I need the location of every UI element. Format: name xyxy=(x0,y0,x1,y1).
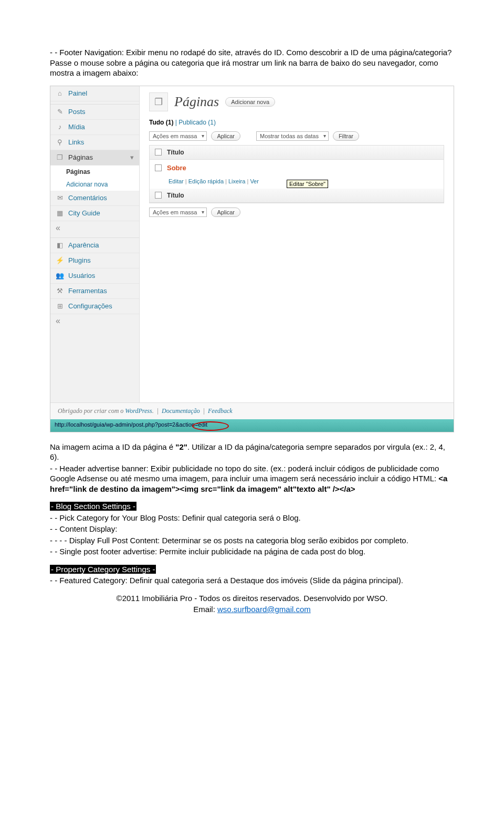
sidebar-item-cityguide[interactable]: ▦City Guide xyxy=(50,206,139,221)
hover-tooltip: Editar "Sobre" xyxy=(287,180,328,188)
sidebar-item-usuarios[interactable]: 👥Usuários xyxy=(50,268,139,284)
footer-wordpress-link[interactable]: WordPress xyxy=(125,407,152,415)
after-image-p2: - - Header advertise banner: Exibir publ… xyxy=(50,463,454,494)
wp-footer: Obrigado por criar com o WordPress. | Do… xyxy=(50,402,454,419)
doc-footer-line2: Email: wso.surfboard@gmail.com xyxy=(50,604,454,615)
sidebar-item-paginas[interactable]: ❐Páginas▾ xyxy=(50,150,139,165)
sidebar-item-config[interactable]: ⊞Configurações xyxy=(50,299,139,314)
sidebar-item-painel[interactable]: ⌂Painel xyxy=(50,86,139,101)
sidebar-item-links[interactable]: ⚲Links xyxy=(50,135,139,150)
chevron-down-icon: ▾ xyxy=(130,153,134,161)
sidebar-label: Usuários xyxy=(68,272,95,280)
intro-text: - - Footer Navigation: Exibir menu no ro… xyxy=(50,47,454,78)
bulk-actions-select-bottom[interactable]: Ações em massa xyxy=(149,208,207,217)
apply-button-bottom[interactable]: Aplicar xyxy=(211,208,240,217)
action-view[interactable]: Ver xyxy=(250,178,259,184)
sidebar-label: Aparência xyxy=(68,241,99,249)
sidebar-label: Páginas xyxy=(68,153,93,161)
settings-icon: ⊞ xyxy=(56,302,64,310)
add-new-button[interactable]: Adicionar nova xyxy=(225,97,275,107)
sidebar-label: Links xyxy=(68,138,84,146)
page-title: Páginas xyxy=(174,94,219,110)
sidebar-label: City Guide xyxy=(68,209,100,217)
cityguide-icon: ▦ xyxy=(56,209,64,218)
browser-status-bar: http://localhost/guia/wp-admin/post.php?… xyxy=(50,419,454,432)
col-title[interactable]: Título xyxy=(167,149,184,156)
appearance-icon: ◧ xyxy=(56,241,64,250)
sidebar-label: Mídia xyxy=(68,123,85,131)
pages-table: Título Sobre Editar | Edição rápida | Li… xyxy=(149,145,444,203)
sidebar-label: Plugins xyxy=(68,256,91,264)
table-header: Título xyxy=(150,146,444,160)
sidebar-item-comentarios[interactable]: ✉Comentários xyxy=(50,191,139,206)
wp-main: ❐ Páginas Adicionar nova Tudo (1) | Publ… xyxy=(140,86,454,407)
sidebar-label: Configurações xyxy=(68,302,112,310)
plugin-icon: ⚡ xyxy=(56,256,64,265)
action-edit[interactable]: Editar xyxy=(169,178,184,184)
blog-settings-heading: - Blog Section Settings - xyxy=(50,502,136,511)
footer-doc-link[interactable]: Documentação xyxy=(162,407,200,415)
sidebar-item-plugins[interactable]: ⚡Plugins xyxy=(50,253,139,268)
footer-thanks: Obrigado por criar com o xyxy=(58,407,125,415)
prop-l1: - - Featured Category: Definir qual cate… xyxy=(50,575,454,586)
tools-icon: ⚒ xyxy=(56,287,64,295)
apply-button[interactable]: Aplicar xyxy=(211,131,240,141)
link-icon: ⚲ xyxy=(56,138,64,147)
home-icon: ⌂ xyxy=(56,89,64,98)
sidebar-collapse2[interactable]: « xyxy=(50,314,139,328)
wp-admin-screenshot: ⌂Painel ✎Posts ♪Mídia ⚲Links ❐Páginas▾ P… xyxy=(50,86,454,432)
sidebar-label: Ferramentas xyxy=(68,287,107,295)
row-actions: Editar | Edição rápida | Lixeira | Ver xyxy=(169,178,259,184)
property-settings-heading: - Property Category Settings - xyxy=(50,565,156,574)
filter-published[interactable]: Publicado (1) xyxy=(178,119,216,126)
sidebar-label: Posts xyxy=(68,108,86,116)
doc-footer-line1: ©2011 Imobiliária Pro - Todos os direito… xyxy=(50,593,454,604)
page-title-icon: ❐ xyxy=(149,92,168,111)
dates-select[interactable]: Mostrar todas as datas xyxy=(256,131,329,141)
blog-l1: - - Pick Category for Your Blog Posts: D… xyxy=(50,513,454,523)
blog-l2: - - Content Display: xyxy=(50,524,454,534)
pin-icon: ✎ xyxy=(56,108,64,116)
select-all-checkbox-bottom[interactable] xyxy=(155,192,162,199)
wp-sidebar: ⌂Painel ✎Posts ♪Mídia ⚲Links ❐Páginas▾ P… xyxy=(50,86,140,407)
bulk-actions-select[interactable]: Ações em massa xyxy=(149,131,207,141)
blog-l3: - - - - Display Full Post Content: Deter… xyxy=(50,535,454,546)
footer-email-link[interactable]: wso.surfboard@gmail.com xyxy=(217,605,311,614)
sidebar-collapse[interactable]: « xyxy=(50,221,139,235)
sidebar-sub-paginas[interactable]: Páginas xyxy=(50,165,139,178)
filter-button[interactable]: Filtrar xyxy=(333,131,359,141)
filter-links: Tudo (1) | Publicado (1) xyxy=(149,119,444,126)
sidebar-item-aparencia[interactable]: ◧Aparência xyxy=(50,238,139,253)
footer-feedback-link[interactable]: Feedback xyxy=(208,407,233,415)
row-checkbox[interactable] xyxy=(155,164,162,171)
after-image-p1: Na imagem acima a ID da página é "2". Ut… xyxy=(50,442,454,462)
blog-l4: - - Single post footer advertise: Permit… xyxy=(50,546,454,557)
comment-icon: ✉ xyxy=(56,194,64,202)
highlight-circle xyxy=(192,421,229,431)
page-icon: ❐ xyxy=(56,153,64,162)
media-icon: ♪ xyxy=(56,123,64,131)
action-quickedit[interactable]: Edição rápida xyxy=(188,178,224,184)
sidebar-item-midia[interactable]: ♪Mídia xyxy=(50,120,139,135)
filter-all[interactable]: Tudo (1) xyxy=(149,119,173,126)
table-footer: Título xyxy=(150,189,444,203)
select-all-checkbox[interactable] xyxy=(155,149,162,156)
row-title[interactable]: Sobre xyxy=(167,164,186,172)
users-icon: 👥 xyxy=(56,272,64,280)
sidebar-sub-adicionar[interactable]: Adicionar nova xyxy=(50,178,139,191)
sidebar-label: Painel xyxy=(68,89,87,97)
col-title-bottom: Título xyxy=(167,192,184,199)
sidebar-label: Comentários xyxy=(68,194,107,202)
sidebar-item-ferramentas[interactable]: ⚒Ferramentas xyxy=(50,284,139,299)
action-trash[interactable]: Lixeira xyxy=(228,178,245,184)
sidebar-item-posts[interactable]: ✎Posts xyxy=(50,105,139,120)
